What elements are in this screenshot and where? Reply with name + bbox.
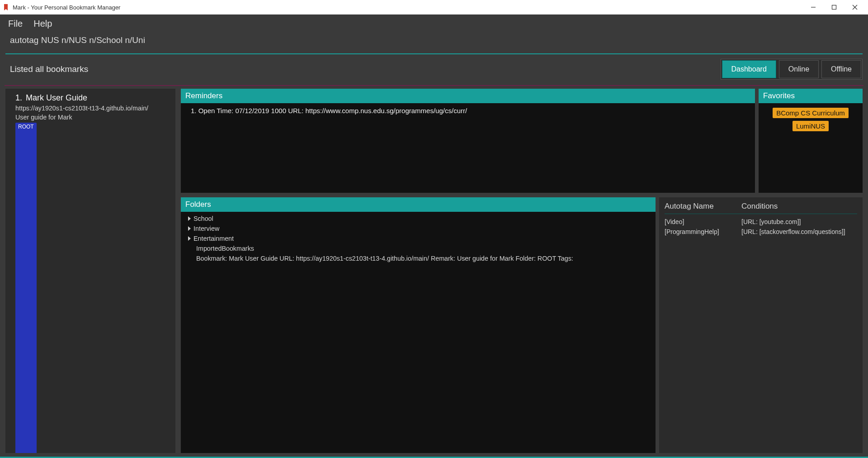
favorite-chip[interactable]: LumiNUS bbox=[793, 121, 829, 131]
favorites-panel: Favorites BComp CS CurriculumLumiNUS bbox=[759, 89, 863, 193]
caret-right-icon bbox=[188, 236, 191, 241]
maximize-button[interactable] bbox=[824, 0, 844, 14]
folder-label: Entertainment bbox=[193, 235, 234, 242]
window-titlebar: Mark - Your Personal Bookmark Manager bbox=[0, 0, 868, 14]
close-button[interactable] bbox=[844, 0, 865, 14]
svg-rect-1 bbox=[832, 5, 836, 10]
window-title: Mark - Your Personal Bookmark Manager bbox=[13, 4, 803, 11]
folder-label: Interview bbox=[193, 225, 219, 232]
autotag-name-header: Autotag Name bbox=[665, 202, 741, 211]
folders-panel: Folders SchoolInterviewEntertainmentImpo… bbox=[181, 197, 656, 453]
tag-badge: ROOT bbox=[15, 123, 37, 453]
bookmark-url: https://ay1920s1-cs2103t-t13-4.github.io… bbox=[15, 104, 175, 113]
autotag-condition: [URL: [youtube.com]] bbox=[741, 218, 857, 225]
status-divider bbox=[5, 85, 863, 86]
reminder-item[interactable]: 1. Open Time: 07/12/2019 1000 URL: https… bbox=[191, 107, 745, 114]
bookmark-title: 1.Mark User Guide bbox=[15, 92, 175, 103]
command-input[interactable] bbox=[5, 33, 863, 48]
autotag-name: [ProgrammingHelp] bbox=[665, 228, 741, 235]
autotag-panel: Autotag Name Conditions [Video][URL: [yo… bbox=[659, 197, 863, 453]
menu-file[interactable]: File bbox=[4, 17, 27, 31]
menu-help[interactable]: Help bbox=[29, 17, 57, 31]
tab-online[interactable]: Online bbox=[779, 60, 819, 78]
autotag-row[interactable]: [Video][URL: [youtube.com]] bbox=[665, 217, 857, 227]
autotag-list[interactable]: [Video][URL: [youtube.com]][ProgrammingH… bbox=[665, 217, 857, 448]
caret-right-icon bbox=[188, 226, 191, 231]
app-icon bbox=[3, 4, 10, 11]
folder-leaf[interactable]: ImportedBookmarks bbox=[188, 243, 648, 253]
folder-node[interactable]: Entertainment bbox=[188, 234, 648, 243]
favorites-header: Favorites bbox=[759, 89, 863, 103]
favorite-chip[interactable]: BComp CS Curriculum bbox=[773, 108, 849, 118]
folder-leaf[interactable]: Bookmark: Mark User Guide URL: https://a… bbox=[188, 253, 648, 263]
bookmark-item[interactable]: 1.Mark User Guidehttps://ay1920s1-cs2103… bbox=[15, 92, 175, 453]
minimize-button[interactable] bbox=[803, 0, 824, 14]
tab-offline[interactable]: Offline bbox=[821, 60, 861, 78]
reminders-body[interactable]: 1. Open Time: 07/12/2019 1000 URL: https… bbox=[181, 103, 755, 193]
folders-tree[interactable]: SchoolInterviewEntertainmentImportedBook… bbox=[181, 212, 656, 453]
reminders-header: Reminders bbox=[181, 89, 755, 103]
reminders-panel: Reminders 1. Open Time: 07/12/2019 1000 … bbox=[181, 89, 755, 193]
caret-right-icon bbox=[188, 216, 191, 221]
favorites-body[interactable]: BComp CS CurriculumLumiNUS bbox=[759, 103, 863, 193]
folder-node[interactable]: Interview bbox=[188, 224, 648, 234]
folders-header: Folders bbox=[181, 197, 656, 212]
autotag-cond-header: Conditions bbox=[741, 202, 857, 211]
menubar: File Help bbox=[0, 14, 868, 33]
status-message: Listed all bookmarks bbox=[5, 62, 716, 77]
tab-dashboard[interactable]: Dashboard bbox=[722, 60, 776, 78]
view-tabs: Dashboard Online Offline bbox=[721, 59, 863, 80]
autotag-condition: [URL: [stackoverflow.com/questions]] bbox=[741, 228, 857, 235]
folder-label: School bbox=[193, 215, 213, 222]
folder-node[interactable]: School bbox=[188, 214, 648, 224]
autotag-row[interactable]: [ProgrammingHelp][URL: [stackoverflow.co… bbox=[665, 227, 857, 237]
bookmark-desc: User guide for Mark bbox=[15, 113, 175, 122]
bookmark-list[interactable]: 1.Mark User Guidehttps://ay1920s1-cs2103… bbox=[5, 89, 175, 453]
autotag-name: [Video] bbox=[665, 218, 741, 225]
